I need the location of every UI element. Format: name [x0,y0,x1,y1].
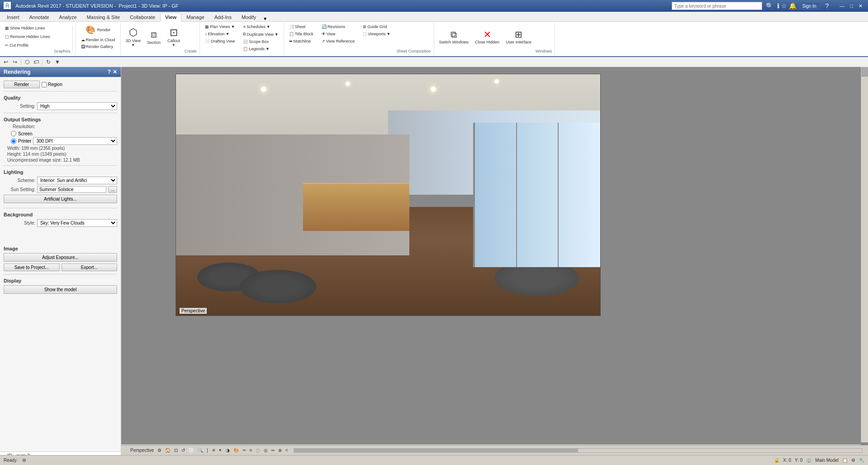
render-btn[interactable]: 🎨 Render [79,24,118,36]
maximize-btn[interactable]: □ [848,3,855,9]
elevation-btn[interactable]: ↕ Elevation ▼ [203,31,237,37]
printer-label[interactable]: Printer [11,139,31,144]
search-icon[interactable]: 🔍 [766,2,773,10]
revisions-btn[interactable]: 🔄 Revisions [319,24,357,30]
qa-redo-btn[interactable]: ↪ [11,58,19,66]
thin-lines-btn[interactable]: ═ [271,448,275,453]
tab-massing[interactable]: Massing & Site [82,13,125,21]
3d-view-btn[interactable]: ⬡ 3D View ▼ [123,24,143,50]
callout-btn[interactable]: ⊡ Callout ▼ [165,24,183,50]
region-label[interactable]: Region [42,82,62,87]
view-reference-btn[interactable]: ↗ View Reference [319,38,357,44]
region-checkbox[interactable] [42,82,47,87]
render-viewport[interactable]: Perspective [175,74,601,316]
artificial-lights-btn[interactable]: Artificial Lights... [4,195,117,203]
sheet-btn[interactable]: 📑 Sheet [287,24,316,30]
close-btn[interactable]: ✕ [857,3,864,9]
view-sheet-btn[interactable]: 👁 View [319,31,357,37]
tab-analyze[interactable]: Analyze [54,13,82,21]
view-controls-icon1[interactable]: 🏠 [165,448,171,453]
sun-setting-input[interactable] [37,186,106,193]
sign-in-btn[interactable]: Sign In [798,3,820,10]
shadows-btn[interactable]: ◑ [226,448,230,453]
expand-icon[interactable]: < [285,448,288,453]
render-mode-btn[interactable]: 🎨 [233,448,239,453]
view-controls-icon5[interactable]: 🔍 [198,448,203,453]
scrollbar-v-thumb[interactable] [862,67,868,77]
close-hidden-btn[interactable]: ✕ Close Hidden [473,24,502,50]
tab-manage[interactable]: Manage [181,13,209,21]
hide-elements-btn[interactable]: ◌ [256,448,260,453]
view-controls-icon2[interactable]: ⊡ [174,448,178,453]
legends-dropdown[interactable]: ▼ [266,47,270,51]
schedules-dropdown[interactable]: ▼ [266,24,270,29]
sun-setting-browse-btn[interactable]: ... [108,186,117,193]
qa-sync-btn[interactable]: ↻ [44,58,52,66]
isolate-btn[interactable]: ◎ [264,448,268,453]
duplicate-view-btn[interactable]: ⧉ Duplicate View ▼ [241,31,280,38]
3d-view-dropdown[interactable]: ▼ [131,43,135,47]
guide-grid-btn[interactable]: ⊞ Guide Grid [360,24,393,30]
qa-undo-btn[interactable]: ↩ [2,58,10,66]
detail-level-btn[interactable]: ≡ [250,448,252,453]
save-to-project-btn[interactable]: Save to Project... [4,264,60,271]
render-action-btn[interactable]: Render [4,81,40,88]
qa-tag-btn[interactable]: 🏷 [32,58,40,66]
panel-close-btn[interactable]: ✕ [113,69,117,75]
title-block-btn[interactable]: 📋 Title Block [287,31,316,37]
show-model-btn[interactable]: Show the model [4,285,117,294]
sun-path-dropdown[interactable]: ▼ [218,448,222,452]
export-btn[interactable]: Export... [62,264,118,271]
dpi-select[interactable]: 300 DPI 72 DPI 150 DPI 600 DPI [33,137,117,145]
tab-annotate[interactable]: Annotate [24,13,54,21]
view-controls-icon6[interactable]: ☀ [212,448,216,453]
view-controls-icon4[interactable]: ⬜ [189,448,194,453]
star-icon[interactable]: ☆ [781,2,787,10]
elevation-dropdown[interactable]: ▼ [226,32,230,36]
callout-dropdown[interactable]: ▼ [172,43,175,47]
quality-setting-select[interactable]: High [37,102,117,110]
tab-insert[interactable]: Insert [2,13,24,21]
section-btn[interactable]: ⧈ Section [145,24,163,50]
adjust-exposure-btn[interactable]: Adjust Exposure... [4,253,117,262]
drafting-view-btn[interactable]: 📄 Drafting View [203,38,237,44]
search-input[interactable] [672,2,762,10]
show-hidden-lines-btn[interactable]: ▦ Show Hidden Lines [3,25,52,31]
user-interface-btn[interactable]: ⊞ User Interface [503,24,534,50]
render-cloud-btn[interactable]: ☁ Render in Cloud [79,37,118,43]
crop-btn[interactable]: ✂ [242,448,246,453]
style-select[interactable]: Sky: Very Few Clouds [37,219,117,227]
tab-expand-icon[interactable]: ▼ [263,16,267,21]
schedules-btn[interactable]: ≡ Schedules ▼ [241,24,280,30]
tab-view[interactable]: View [160,13,181,22]
tab-addins[interactable]: Add-Ins [209,13,237,21]
qa-measure-btn[interactable]: ⬡ [23,58,31,66]
duplicate-dropdown[interactable]: ▼ [275,32,279,37]
screen-option-label[interactable]: Screen [11,131,117,136]
viewports-dropdown[interactable]: ▼ [387,32,391,36]
scope-box-btn[interactable]: ⬜ Scope Box [241,38,280,45]
bell-icon[interactable]: 🔔 [789,2,797,10]
scheme-select[interactable]: Interior: Sun and Artifici [37,177,117,184]
plan-views-btn[interactable]: ▦ Plan Views ▼ [203,24,237,30]
render-gallery-btn[interactable]: 🖼 Render Gallery [79,43,118,50]
tab-modify[interactable]: Modify [237,13,261,21]
viewports-btn[interactable]: ⬚ Viewports ▼ [360,31,393,37]
printer-radio[interactable] [11,139,16,144]
remove-hidden-lines-btn[interactable]: ▢ Remove Hidden Lines [3,34,52,40]
status-options-icon[interactable]: ⚙ [22,458,26,463]
matchline-btn[interactable]: ⬌ Matchline [287,38,316,44]
scrollbar-vertical[interactable] [861,67,868,442]
plan-views-dropdown[interactable]: ▼ [231,24,235,29]
underlay-btn[interactable]: ⊕ [278,448,282,453]
perspective-settings-icon[interactable]: ⚙ [157,448,161,453]
minimize-btn[interactable]: — [838,3,846,9]
view-controls-icon3[interactable]: ↺ [181,448,185,453]
screen-radio[interactable] [11,131,16,136]
infocenter-icon[interactable]: ℹ [777,2,779,10]
panel-help-btn[interactable]: ? [108,69,111,75]
tab-collaborate[interactable]: Collaborate [125,13,160,21]
qa-more-btn[interactable]: ▼ [53,58,62,66]
help-icon[interactable]: ? [825,2,829,10]
cut-profile-btn[interactable]: ✂ Cut Profile [3,42,52,48]
